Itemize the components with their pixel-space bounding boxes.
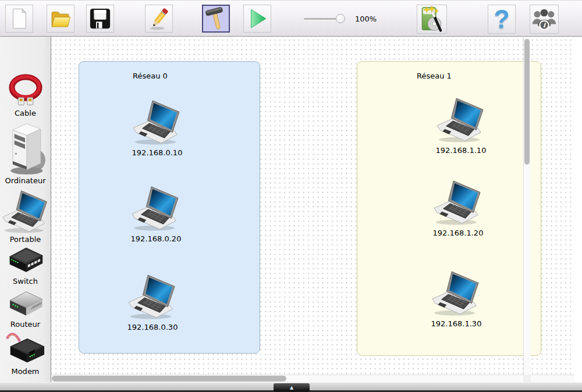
zoom-slider[interactable] bbox=[304, 13, 346, 24]
play-icon bbox=[245, 6, 269, 31]
node-ip-label: 192.168.0.10 bbox=[122, 148, 192, 157]
palette-item-ordinateur[interactable]: Ordinateur bbox=[0, 122, 51, 185]
software-wizard-icon bbox=[418, 6, 445, 33]
main-area: Cable Ordinateur Portable Switch Routeur… bbox=[0, 37, 582, 382]
palette-item-switch[interactable]: Switch bbox=[0, 244, 51, 286]
design-mode-button[interactable] bbox=[145, 5, 173, 33]
about-button[interactable] bbox=[530, 5, 559, 34]
modem-icon bbox=[6, 330, 45, 366]
laptop-icon bbox=[435, 98, 487, 143]
open-folder-icon bbox=[48, 6, 73, 31]
laptop-node[interactable]: 192.168.0.30 bbox=[118, 275, 187, 332]
laptop-icon bbox=[132, 100, 183, 145]
question-mark-icon: ? bbox=[494, 6, 510, 32]
palette-label: Cable bbox=[0, 109, 51, 117]
laptop-node[interactable]: 192.168.1.30 bbox=[421, 271, 491, 328]
network-label: Réseau 1 bbox=[417, 72, 452, 80]
cable-icon bbox=[7, 74, 44, 108]
help-button[interactable]: ? bbox=[488, 5, 516, 34]
hammer-icon bbox=[204, 6, 228, 31]
zoom-control: 100% bbox=[304, 1, 377, 37]
palette-label: Portable bbox=[0, 235, 51, 244]
component-palette: Cable Ordinateur Portable Switch Routeur… bbox=[0, 37, 51, 382]
zoom-level-label: 100% bbox=[355, 15, 377, 23]
network-label: Réseau 0 bbox=[133, 72, 168, 80]
floppy-disk-icon bbox=[88, 6, 112, 31]
router-icon bbox=[6, 288, 45, 319]
save-file-button[interactable] bbox=[86, 5, 114, 33]
desktop-computer-icon bbox=[5, 122, 47, 175]
bottom-bar: ▲ bbox=[0, 382, 582, 392]
build-mode-button[interactable] bbox=[202, 5, 230, 33]
chevron-up-icon: ▲ bbox=[290, 386, 293, 390]
pencil-icon bbox=[147, 6, 171, 31]
new-document-icon bbox=[7, 6, 31, 31]
laptop-icon bbox=[1, 190, 50, 234]
horizontal-scrollbar-thumb[interactable] bbox=[52, 376, 286, 382]
laptop-icon bbox=[432, 180, 484, 226]
palette-item-cable[interactable]: Cable bbox=[0, 74, 51, 117]
laptop-icon bbox=[130, 186, 182, 231]
vertical-scrollbar-thumb[interactable] bbox=[524, 39, 530, 165]
laptop-node[interactable]: 192.168.0.20 bbox=[121, 186, 191, 243]
node-ip-label: 192.168.1.30 bbox=[421, 319, 491, 328]
palette-item-modem[interactable]: Modem bbox=[0, 330, 51, 376]
open-file-button[interactable] bbox=[47, 5, 74, 33]
laptop-node[interactable]: 192.168.1.20 bbox=[423, 180, 493, 237]
toolbar: 100% ? bbox=[0, 0, 582, 37]
palette-label: Routeur bbox=[0, 320, 51, 329]
palette-item-routeur[interactable]: Routeur bbox=[0, 288, 51, 329]
palette-item-portable[interactable]: Portable bbox=[0, 190, 51, 244]
new-file-button[interactable] bbox=[5, 5, 33, 33]
filius-window: 100% ? Cable Ordinateur Portable Switch bbox=[0, 0, 582, 392]
design-canvas[interactable]: Réseau 0 Réseau 1 192.168.0.10 192.168.0… bbox=[51, 37, 574, 375]
wizard-button[interactable] bbox=[417, 5, 447, 34]
slider-knob[interactable] bbox=[336, 14, 345, 23]
horizontal-scrollbar[interactable] bbox=[51, 375, 574, 382]
people-info-icon bbox=[531, 6, 557, 32]
palette-label: Switch bbox=[0, 277, 51, 286]
laptop-node[interactable]: 192.168.0.10 bbox=[122, 100, 192, 157]
node-ip-label: 192.168.0.20 bbox=[121, 234, 191, 243]
simulation-mode-button[interactable] bbox=[243, 5, 271, 33]
switch-icon bbox=[6, 244, 45, 276]
palette-label: Modem bbox=[0, 367, 51, 376]
laptop-icon bbox=[431, 271, 482, 316]
laptop-node[interactable]: 192.168.1.10 bbox=[426, 98, 496, 155]
laptop-icon bbox=[127, 275, 178, 320]
bottom-panel-toggle-button[interactable]: ▲ bbox=[274, 383, 310, 392]
node-ip-label: 192.168.0.30 bbox=[118, 323, 187, 332]
node-ip-label: 192.168.1.20 bbox=[423, 229, 493, 237]
vertical-scrollbar[interactable] bbox=[523, 37, 531, 375]
scrollbar-corner bbox=[523, 375, 531, 382]
node-ip-label: 192.168.1.10 bbox=[426, 146, 496, 155]
palette-label: Ordinateur bbox=[0, 176, 51, 185]
